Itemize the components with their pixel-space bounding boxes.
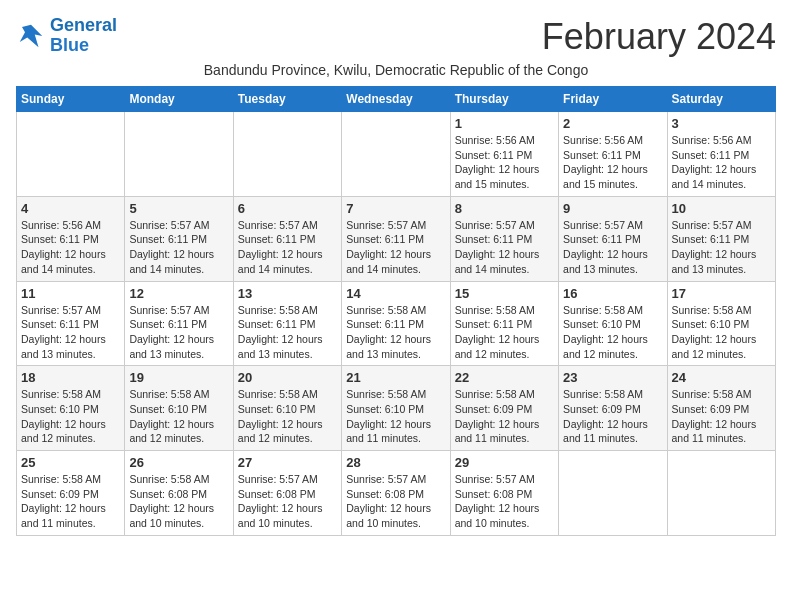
subtitle: Bandundu Province, Kwilu, Democratic Rep… xyxy=(16,62,776,78)
logo-text: General Blue xyxy=(50,16,117,56)
calendar-week-row: 4Sunrise: 5:56 AM Sunset: 6:11 PM Daylig… xyxy=(17,196,776,281)
day-number: 27 xyxy=(238,455,337,470)
day-info: Sunrise: 5:57 AM Sunset: 6:08 PM Dayligh… xyxy=(455,472,554,531)
calendar-cell: 22Sunrise: 5:58 AM Sunset: 6:09 PM Dayli… xyxy=(450,366,558,451)
day-info: Sunrise: 5:58 AM Sunset: 6:10 PM Dayligh… xyxy=(672,303,771,362)
day-number: 20 xyxy=(238,370,337,385)
day-number: 11 xyxy=(21,286,120,301)
weekday-header: Friday xyxy=(559,87,667,112)
calendar-cell: 21Sunrise: 5:58 AM Sunset: 6:10 PM Dayli… xyxy=(342,366,450,451)
calendar-cell: 23Sunrise: 5:58 AM Sunset: 6:09 PM Dayli… xyxy=(559,366,667,451)
day-info: Sunrise: 5:58 AM Sunset: 6:11 PM Dayligh… xyxy=(346,303,445,362)
calendar-cell: 28Sunrise: 5:57 AM Sunset: 6:08 PM Dayli… xyxy=(342,451,450,536)
calendar-week-row: 25Sunrise: 5:58 AM Sunset: 6:09 PM Dayli… xyxy=(17,451,776,536)
calendar-cell: 24Sunrise: 5:58 AM Sunset: 6:09 PM Dayli… xyxy=(667,366,775,451)
calendar-cell: 20Sunrise: 5:58 AM Sunset: 6:10 PM Dayli… xyxy=(233,366,341,451)
logo: General Blue xyxy=(16,16,117,56)
day-info: Sunrise: 5:56 AM Sunset: 6:11 PM Dayligh… xyxy=(563,133,662,192)
day-number: 24 xyxy=(672,370,771,385)
calendar-cell: 8Sunrise: 5:57 AM Sunset: 6:11 PM Daylig… xyxy=(450,196,558,281)
calendar-cell: 3Sunrise: 5:56 AM Sunset: 6:11 PM Daylig… xyxy=(667,112,775,197)
weekday-header: Saturday xyxy=(667,87,775,112)
calendar-cell: 5Sunrise: 5:57 AM Sunset: 6:11 PM Daylig… xyxy=(125,196,233,281)
day-info: Sunrise: 5:58 AM Sunset: 6:09 PM Dayligh… xyxy=(455,387,554,446)
day-number: 28 xyxy=(346,455,445,470)
day-number: 3 xyxy=(672,116,771,131)
day-number: 12 xyxy=(129,286,228,301)
day-number: 4 xyxy=(21,201,120,216)
calendar-table: SundayMondayTuesdayWednesdayThursdayFrid… xyxy=(16,86,776,536)
day-info: Sunrise: 5:58 AM Sunset: 6:10 PM Dayligh… xyxy=(563,303,662,362)
day-number: 15 xyxy=(455,286,554,301)
calendar-week-row: 11Sunrise: 5:57 AM Sunset: 6:11 PM Dayli… xyxy=(17,281,776,366)
day-info: Sunrise: 5:57 AM Sunset: 6:11 PM Dayligh… xyxy=(129,303,228,362)
calendar-cell: 26Sunrise: 5:58 AM Sunset: 6:08 PM Dayli… xyxy=(125,451,233,536)
day-info: Sunrise: 5:58 AM Sunset: 6:09 PM Dayligh… xyxy=(672,387,771,446)
calendar-cell: 29Sunrise: 5:57 AM Sunset: 6:08 PM Dayli… xyxy=(450,451,558,536)
day-number: 14 xyxy=(346,286,445,301)
calendar-cell: 16Sunrise: 5:58 AM Sunset: 6:10 PM Dayli… xyxy=(559,281,667,366)
calendar-cell: 14Sunrise: 5:58 AM Sunset: 6:11 PM Dayli… xyxy=(342,281,450,366)
day-info: Sunrise: 5:58 AM Sunset: 6:10 PM Dayligh… xyxy=(129,387,228,446)
day-number: 29 xyxy=(455,455,554,470)
calendar-cell xyxy=(233,112,341,197)
calendar-cell: 6Sunrise: 5:57 AM Sunset: 6:11 PM Daylig… xyxy=(233,196,341,281)
day-info: Sunrise: 5:57 AM Sunset: 6:11 PM Dayligh… xyxy=(346,218,445,277)
calendar-cell: 15Sunrise: 5:58 AM Sunset: 6:11 PM Dayli… xyxy=(450,281,558,366)
calendar-cell xyxy=(667,451,775,536)
svg-marker-0 xyxy=(20,25,43,48)
weekday-header: Thursday xyxy=(450,87,558,112)
calendar-cell: 4Sunrise: 5:56 AM Sunset: 6:11 PM Daylig… xyxy=(17,196,125,281)
day-number: 6 xyxy=(238,201,337,216)
calendar-cell: 12Sunrise: 5:57 AM Sunset: 6:11 PM Dayli… xyxy=(125,281,233,366)
calendar-cell: 7Sunrise: 5:57 AM Sunset: 6:11 PM Daylig… xyxy=(342,196,450,281)
day-number: 22 xyxy=(455,370,554,385)
day-info: Sunrise: 5:56 AM Sunset: 6:11 PM Dayligh… xyxy=(455,133,554,192)
day-info: Sunrise: 5:57 AM Sunset: 6:08 PM Dayligh… xyxy=(238,472,337,531)
day-number: 25 xyxy=(21,455,120,470)
day-number: 19 xyxy=(129,370,228,385)
calendar-week-row: 18Sunrise: 5:58 AM Sunset: 6:10 PM Dayli… xyxy=(17,366,776,451)
calendar-week-row: 1Sunrise: 5:56 AM Sunset: 6:11 PM Daylig… xyxy=(17,112,776,197)
day-info: Sunrise: 5:58 AM Sunset: 6:11 PM Dayligh… xyxy=(455,303,554,362)
day-info: Sunrise: 5:56 AM Sunset: 6:11 PM Dayligh… xyxy=(21,218,120,277)
day-info: Sunrise: 5:57 AM Sunset: 6:08 PM Dayligh… xyxy=(346,472,445,531)
day-info: Sunrise: 5:58 AM Sunset: 6:09 PM Dayligh… xyxy=(563,387,662,446)
month-title: February 2024 xyxy=(542,16,776,58)
day-number: 16 xyxy=(563,286,662,301)
day-number: 9 xyxy=(563,201,662,216)
day-info: Sunrise: 5:57 AM Sunset: 6:11 PM Dayligh… xyxy=(672,218,771,277)
calendar-cell: 1Sunrise: 5:56 AM Sunset: 6:11 PM Daylig… xyxy=(450,112,558,197)
calendar-cell: 17Sunrise: 5:58 AM Sunset: 6:10 PM Dayli… xyxy=(667,281,775,366)
calendar-cell xyxy=(125,112,233,197)
calendar-cell: 11Sunrise: 5:57 AM Sunset: 6:11 PM Dayli… xyxy=(17,281,125,366)
day-info: Sunrise: 5:57 AM Sunset: 6:11 PM Dayligh… xyxy=(21,303,120,362)
calendar-cell xyxy=(559,451,667,536)
calendar-cell: 27Sunrise: 5:57 AM Sunset: 6:08 PM Dayli… xyxy=(233,451,341,536)
day-number: 5 xyxy=(129,201,228,216)
weekday-header: Wednesday xyxy=(342,87,450,112)
day-number: 26 xyxy=(129,455,228,470)
day-number: 18 xyxy=(21,370,120,385)
calendar-cell: 13Sunrise: 5:58 AM Sunset: 6:11 PM Dayli… xyxy=(233,281,341,366)
day-info: Sunrise: 5:58 AM Sunset: 6:10 PM Dayligh… xyxy=(238,387,337,446)
day-number: 8 xyxy=(455,201,554,216)
day-number: 23 xyxy=(563,370,662,385)
day-info: Sunrise: 5:57 AM Sunset: 6:11 PM Dayligh… xyxy=(455,218,554,277)
calendar-cell: 18Sunrise: 5:58 AM Sunset: 6:10 PM Dayli… xyxy=(17,366,125,451)
calendar-cell: 10Sunrise: 5:57 AM Sunset: 6:11 PM Dayli… xyxy=(667,196,775,281)
day-info: Sunrise: 5:57 AM Sunset: 6:11 PM Dayligh… xyxy=(129,218,228,277)
calendar-cell: 25Sunrise: 5:58 AM Sunset: 6:09 PM Dayli… xyxy=(17,451,125,536)
calendar-cell xyxy=(17,112,125,197)
day-info: Sunrise: 5:58 AM Sunset: 6:11 PM Dayligh… xyxy=(238,303,337,362)
day-number: 1 xyxy=(455,116,554,131)
day-number: 21 xyxy=(346,370,445,385)
day-info: Sunrise: 5:58 AM Sunset: 6:09 PM Dayligh… xyxy=(21,472,120,531)
header: General Blue February 2024 xyxy=(16,16,776,58)
day-number: 7 xyxy=(346,201,445,216)
day-info: Sunrise: 5:58 AM Sunset: 6:08 PM Dayligh… xyxy=(129,472,228,531)
day-info: Sunrise: 5:57 AM Sunset: 6:11 PM Dayligh… xyxy=(563,218,662,277)
logo-icon xyxy=(16,21,46,51)
day-info: Sunrise: 5:58 AM Sunset: 6:10 PM Dayligh… xyxy=(21,387,120,446)
calendar-cell: 19Sunrise: 5:58 AM Sunset: 6:10 PM Dayli… xyxy=(125,366,233,451)
